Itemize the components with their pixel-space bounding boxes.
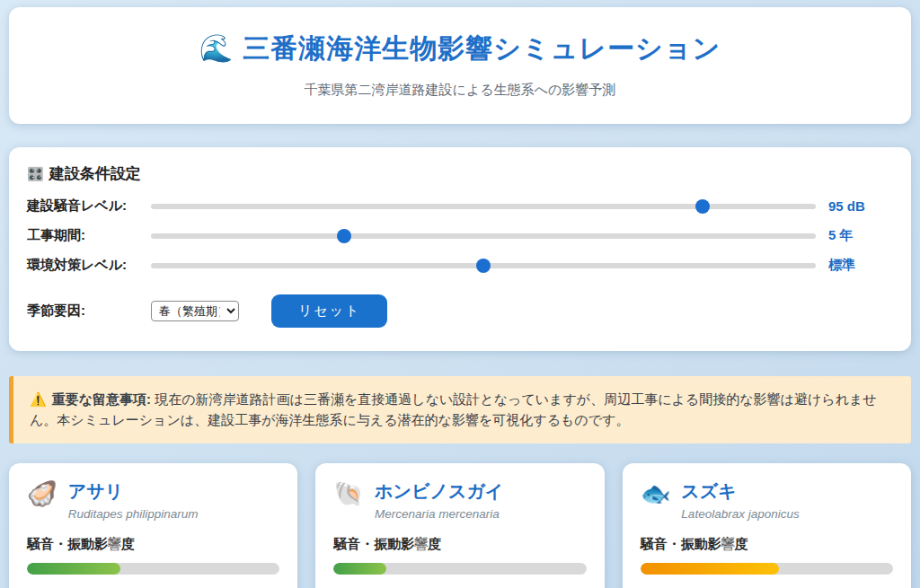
reset-button[interactable]: リセット [271,294,387,328]
construction-period-slider[interactable] [151,229,816,243]
species-latin-name: Mercenaria mercenaria [375,507,503,521]
important-notice-banner: ⚠️重要な留意事項: 現在の新湾岸道路計画は三番瀬を直接通過しない設計となってい… [9,376,911,443]
construction-period-label: 工事期間: [27,227,151,244]
slider-thumb[interactable] [695,199,710,214]
species-card-asari: 🦪 アサリ Ruditapes philippinarum 騒音・振動影響度 水… [9,463,297,588]
species-name: ホンビノスガイ [375,479,503,504]
page-subtitle: 千葉県第二湾岸道路建設による生態系への影響予測 [27,82,893,99]
noise-level-label: 建設騒音レベル: [27,197,151,215]
shell-icon: 🐚 [333,479,364,508]
settings-panel: 🎛️建設条件設定 建設騒音レベル: 95 dB 工事期間: 5 年 環境対策レベ… [9,147,911,351]
species-header: 🐚 ホンビノスガイ Mercenaria mercenaria [333,479,586,521]
page-title-text: 三番瀬海洋生物影響シミュレーション [243,33,721,63]
species-header: 🦪 アサリ Ruditapes philippinarum [27,479,279,521]
mitigation-level-label: 環境対策レベル: [27,257,151,274]
fish-icon: 🐟 [641,479,671,508]
notice-title: 重要な留意事項: [52,391,151,407]
impact-bar-fill [333,563,386,575]
header-card: 🌊三番瀬海洋生物影響シミュレーション 千葉県第二湾岸道路建設による生態系への影響… [9,7,911,124]
impact-bar [27,563,279,575]
impact-bar-fill [641,563,780,575]
settings-title-text: 建設条件設定 [49,165,141,182]
notice-body: 現在の新湾岸道路計画は三番瀬を直接通過しない設計となっていますが、周辺工事による… [30,391,877,427]
control-knobs-icon: 🎛️ [27,166,44,181]
species-name: スズキ [681,479,799,504]
metric-label-noise: 騒音・振動影響度 [27,536,279,553]
page: 🌊三番瀬海洋生物影響シミュレーション 千葉県第二湾岸道路建設による生態系への影響… [0,0,920,588]
warning-icon: ⚠️ [30,391,47,407]
mitigation-level-row: 環境対策レベル: 標準 [27,250,893,280]
impact-bar [333,563,586,575]
noise-level-row: 建設騒音レベル: 95 dB [27,191,893,221]
slider-thumb[interactable] [337,229,351,243]
metric-label-noise: 騒音・振動影響度 [641,536,893,553]
slider-track [151,204,816,209]
noise-level-slider[interactable] [151,199,816,214]
species-latin-name: Lateolabrax japonicus [681,507,799,521]
slider-track [151,233,816,239]
species-latin-name: Ruditapes philippinarum [68,507,199,521]
season-row: 季節要因: 春（繁殖期） リセット [27,294,893,328]
species-name: アサリ [68,479,199,504]
wave-icon: 🌊 [199,33,234,63]
metric-label-noise: 騒音・振動影響度 [333,536,586,553]
mitigation-level-slider[interactable] [151,259,816,273]
species-card-suzuki: 🐟 スズキ Lateolabrax japonicus 騒音・振動影響度 生息域… [623,463,911,588]
species-cards-row: 🦪 アサリ Ruditapes philippinarum 騒音・振動影響度 水… [9,463,911,588]
page-title: 🌊三番瀬海洋生物影響シミュレーション [27,31,893,67]
species-header: 🐟 スズキ Lateolabrax japonicus [641,479,893,521]
impact-bar-fill [27,563,120,575]
noise-level-value: 95 dB [816,198,893,214]
impact-bar [641,563,893,575]
season-label: 季節要因: [27,303,151,320]
settings-title: 🎛️建設条件設定 [27,163,893,184]
species-card-honbinosu: 🐚 ホンビノスガイ Mercenaria mercenaria 騒音・振動影響度… [315,463,604,588]
oyster-icon: 🦪 [27,479,58,508]
slider-thumb[interactable] [476,259,491,273]
construction-period-value: 5 年 [816,227,893,244]
construction-period-row: 工事期間: 5 年 [27,221,893,250]
season-select[interactable]: 春（繁殖期） [151,301,239,321]
mitigation-level-value: 標準 [816,257,893,274]
